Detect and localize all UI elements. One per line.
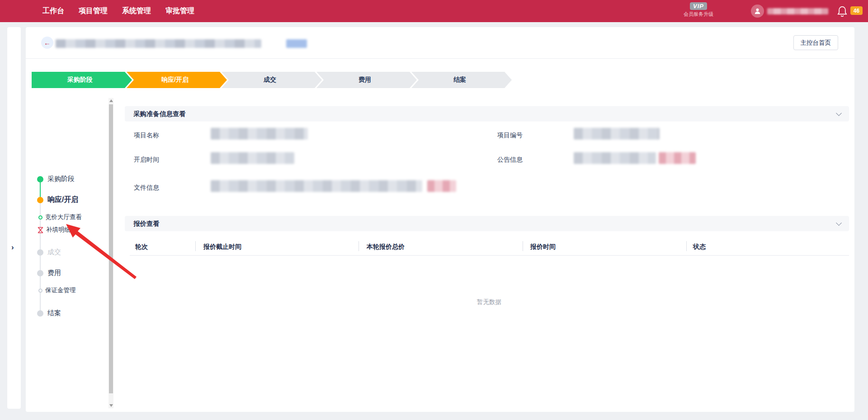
gray-ring-icon <box>38 289 42 293</box>
column-separator <box>359 241 359 251</box>
file-info-redacted <box>211 180 422 192</box>
step-procurement-stage[interactable]: 采购阶段 <box>32 72 132 88</box>
sidebar-item-label: 竞价大厅查看 <box>45 213 82 221</box>
sidebar-item-label: 保证金管理 <box>45 286 76 294</box>
step-deal[interactable]: 成交 <box>222 72 322 88</box>
chevron-down-icon[interactable] <box>836 220 842 226</box>
notification-count-badge[interactable]: 46 <box>850 6 863 15</box>
field-label-project-number: 项目编号 <box>497 131 523 140</box>
sidebar-item-closing[interactable]: 结案 <box>26 309 61 317</box>
step-label: 响应/开启 <box>161 76 189 84</box>
nav-item-workbench[interactable]: 工作台 <box>35 0 71 22</box>
field-label-open-time: 开启时间 <box>134 156 159 164</box>
column-separator <box>686 241 687 251</box>
prep-info-section-header[interactable]: 采购准备信息查看 <box>125 106 849 121</box>
step-label: 结案 <box>453 76 466 84</box>
column-header-round-total-price: 本轮报价总价 <box>367 243 405 251</box>
step-label: 成交 <box>264 76 276 84</box>
console-home-button[interactable]: 主控台首页 <box>793 35 839 50</box>
sidebar-item-label: 响应/开启 <box>47 195 78 205</box>
vip-icon: VIP <box>690 2 707 10</box>
sidebar-item-label: 采购阶段 <box>47 175 75 183</box>
green-dot-icon <box>37 176 43 182</box>
step-closing[interactable]: 结案 <box>411 72 512 88</box>
scrollbar-thumb[interactable] <box>109 104 113 393</box>
column-header-quote-deadline: 报价截止时间 <box>203 243 241 251</box>
announcement-info-redacted <box>574 152 656 164</box>
top-navigation-bar: 工作台 项目管理 系统管理 审批管理 VIP 会员服务升级 46 <box>0 0 868 22</box>
chevron-down-icon[interactable] <box>836 110 842 116</box>
column-separator <box>195 241 196 251</box>
green-ring-icon <box>38 215 42 219</box>
collapsed-side-panel: › <box>7 27 21 409</box>
sidebar-item-fees[interactable]: 费用 <box>26 269 61 277</box>
file-link-redacted[interactable] <box>427 180 456 192</box>
gray-dot-icon <box>37 270 43 276</box>
field-label-project-name: 项目名称 <box>134 131 159 140</box>
sidebar-item-procurement-stage[interactable]: 采购阶段 <box>26 175 75 183</box>
sidebar-item-response-open[interactable]: 响应/开启 <box>26 195 78 205</box>
expand-panel-icon[interactable]: › <box>11 243 14 252</box>
sidebar-item-label: 费用 <box>47 269 61 277</box>
sidebar-item-label: 补填明细 <box>46 226 71 234</box>
field-label-file-info: 文件信息 <box>134 184 159 192</box>
empty-state-text: 暂无数据 <box>462 298 516 306</box>
sidebar-item-label: 成交 <box>47 248 61 257</box>
sidebar-vertical-scrollbar[interactable] <box>108 98 113 408</box>
card-header: ← 主控台首页 <box>26 27 854 59</box>
back-button[interactable]: ← <box>41 37 53 49</box>
column-header-status: 状态 <box>693 243 706 251</box>
person-icon <box>754 7 761 15</box>
gray-dot-icon <box>37 249 43 256</box>
main-menu: 工作台 项目管理 系统管理 审批管理 <box>0 0 202 22</box>
step-label: 费用 <box>359 76 371 84</box>
open-time-redacted <box>211 152 294 164</box>
stage-sidebar: 采购阶段 响应/开启 竞价大厅查看 补填明细 成交 费用 保证金管理 <box>26 95 114 412</box>
notification-bell-icon[interactable] <box>837 6 847 17</box>
process-steps: 采购阶段 响应/开启 成交 费用 结案 <box>32 72 512 88</box>
section-title: 采购准备信息查看 <box>133 110 186 118</box>
vip-upgrade[interactable]: VIP 会员服务升级 <box>674 2 723 18</box>
project-name-redacted <box>211 128 308 140</box>
vip-upgrade-label: 会员服务升级 <box>674 11 723 18</box>
hourglass-icon <box>38 227 43 233</box>
project-title-redacted <box>56 39 261 48</box>
step-fees[interactable]: 费用 <box>316 72 417 88</box>
sidebar-item-supplement-detail[interactable]: 补填明细 <box>26 226 71 234</box>
username-redacted <box>767 8 828 14</box>
column-separator <box>523 241 523 251</box>
sidebar-item-bidding-hall-view[interactable]: 竞价大厅查看 <box>26 213 82 221</box>
quote-section-header[interactable]: 报价查看 <box>125 216 849 231</box>
sidebar-item-label: 结案 <box>47 309 61 317</box>
step-response-open[interactable]: 响应/开启 <box>127 72 227 88</box>
gray-dot-icon <box>37 310 43 317</box>
field-label-announcement-info: 公告信息 <box>497 156 523 164</box>
scroll-up-icon[interactable] <box>109 99 113 102</box>
column-header-round: 轮次 <box>135 243 148 251</box>
orange-dot-icon <box>37 197 43 203</box>
scroll-down-icon[interactable] <box>109 404 113 407</box>
table-header-divider <box>130 255 849 256</box>
user-avatar[interactable] <box>751 5 764 18</box>
sidebar-item-deposit-management[interactable]: 保证金管理 <box>26 286 76 294</box>
nav-item-approval-management[interactable]: 审批管理 <box>158 0 202 22</box>
nav-item-project-management[interactable]: 项目管理 <box>71 0 115 22</box>
section-title: 报价查看 <box>133 219 160 228</box>
column-header-quote-time: 报价时间 <box>530 243 556 251</box>
project-number-redacted <box>574 128 660 140</box>
announcement-link-redacted[interactable] <box>659 152 696 164</box>
nav-item-system-management[interactable]: 系统管理 <box>115 0 158 22</box>
project-status-tag-redacted <box>286 39 307 48</box>
project-detail-card: ← 主控台首页 采购阶段 响应/开启 成交 费用 结案 采购阶段 响应/开启 竞… <box>26 27 854 412</box>
step-label: 采购阶段 <box>67 76 93 84</box>
sidebar-item-deal[interactable]: 成交 <box>26 248 61 257</box>
